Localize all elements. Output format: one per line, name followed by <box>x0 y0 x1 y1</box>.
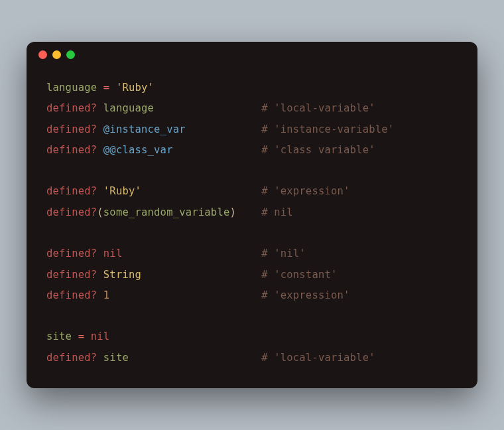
code-line: defined? 'Ruby' # 'expression' <box>46 181 458 202</box>
close-icon[interactable] <box>38 50 47 59</box>
token-var: site <box>103 352 129 364</box>
token-str: 'Ruby' <box>116 82 154 94</box>
code-line: defined? site # 'local-variable' <box>46 348 458 368</box>
token-plain <box>97 352 103 364</box>
token-plain <box>97 185 103 197</box>
code-line: defined? @instance_var # 'instance-varia… <box>46 119 458 140</box>
code-comment: # 'class variable' <box>261 140 375 161</box>
token-var: some_random_variable <box>103 206 230 218</box>
token-key: defined? <box>46 123 97 135</box>
token-plain <box>97 144 103 156</box>
token-key: defined? <box>46 102 97 114</box>
token-var: language <box>46 82 97 94</box>
token-plain: ) <box>229 206 236 218</box>
token-key: nil <box>103 248 123 259</box>
code-line: language = 'Ruby' <box>46 78 458 98</box>
token-plain <box>72 330 78 342</box>
code-block: language = 'Ruby'defined? language # 'lo… <box>27 68 477 388</box>
token-str: 'Ruby' <box>103 185 141 197</box>
titlebar <box>27 42 477 68</box>
token-plain <box>97 123 103 135</box>
token-var: site <box>46 330 72 342</box>
code-line: defined?(some_random_variable) # nil <box>46 202 458 223</box>
token-plain <box>97 102 103 114</box>
token-ivar: @instance_var <box>103 123 186 135</box>
code-comment: # nil <box>261 202 293 223</box>
code-comment: # 'local-variable' <box>261 98 375 119</box>
code-line: defined? 1 # 'expression' <box>46 285 458 306</box>
code-comment: # 'expression' <box>261 181 349 202</box>
token-key: nil <box>91 330 110 342</box>
token-key: defined? <box>46 206 97 218</box>
code-line <box>46 306 458 326</box>
token-plain <box>97 82 103 94</box>
code-comment: # 'constant' <box>261 265 337 285</box>
code-line: defined? nil # 'nil' <box>46 244 458 264</box>
terminal-window: language = 'Ruby'defined? language # 'lo… <box>27 42 477 388</box>
token-num: 1 <box>103 289 110 301</box>
token-plain <box>97 289 103 301</box>
code-comment: # 'local-variable' <box>261 348 375 368</box>
token-key: defined? <box>46 248 97 259</box>
code-line: site = nil <box>46 326 458 347</box>
zoom-icon[interactable] <box>66 50 75 59</box>
token-plain <box>109 82 116 94</box>
token-plain: ( <box>97 206 103 218</box>
code-comment: # 'expression' <box>261 285 349 306</box>
token-key: defined? <box>46 352 97 364</box>
token-key: defined? <box>46 269 97 281</box>
token-var: language <box>103 102 154 114</box>
token-plain <box>97 248 103 259</box>
token-key: defined? <box>46 289 97 301</box>
token-key: defined? <box>46 185 97 197</box>
token-const: String <box>103 269 141 281</box>
code-comment: # 'instance-variable' <box>261 119 394 140</box>
code-line: defined? @@class_var # 'class variable' <box>46 140 458 161</box>
code-comment: # 'nil' <box>261 244 306 264</box>
code-line: defined? String # 'constant' <box>46 265 458 285</box>
token-plain <box>84 330 91 342</box>
code-line <box>46 161 458 181</box>
code-line <box>46 223 458 244</box>
token-plain <box>97 269 103 281</box>
token-key: defined? <box>46 144 97 156</box>
minimize-icon[interactable] <box>52 50 61 59</box>
token-ivar: @@class_var <box>103 144 173 156</box>
token-op: = <box>103 82 110 94</box>
code-line: defined? language # 'local-variable' <box>46 98 458 119</box>
token-op: = <box>78 330 85 342</box>
